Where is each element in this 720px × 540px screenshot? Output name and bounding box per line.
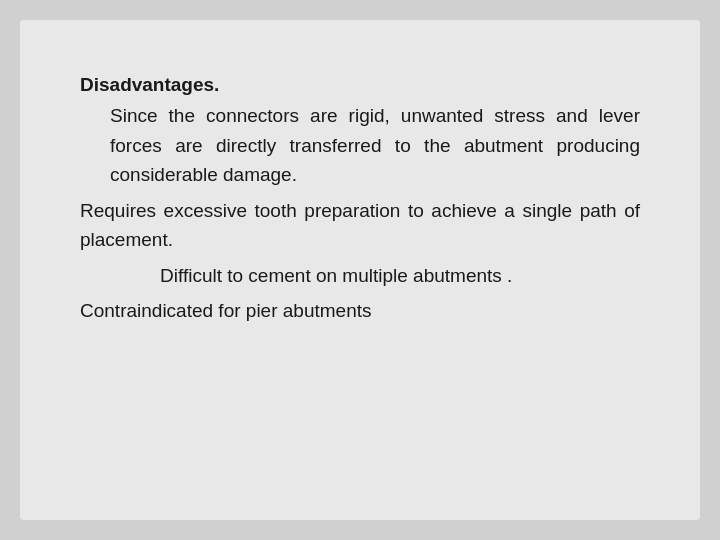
slide-heading: Disadvantages. — [80, 70, 640, 99]
paragraph-2: Requires excessive tooth preparation to … — [80, 196, 640, 255]
slide-content: Disadvantages. Since the connectors are … — [80, 70, 640, 332]
paragraph-3: Difficult to cement on multiple abutment… — [80, 261, 640, 290]
paragraph-1: Since the connectors are rigid, unwanted… — [80, 101, 640, 189]
paragraph-4: Contraindicated for pier abutments — [80, 296, 640, 325]
slide: Disadvantages. Since the connectors are … — [20, 20, 700, 520]
